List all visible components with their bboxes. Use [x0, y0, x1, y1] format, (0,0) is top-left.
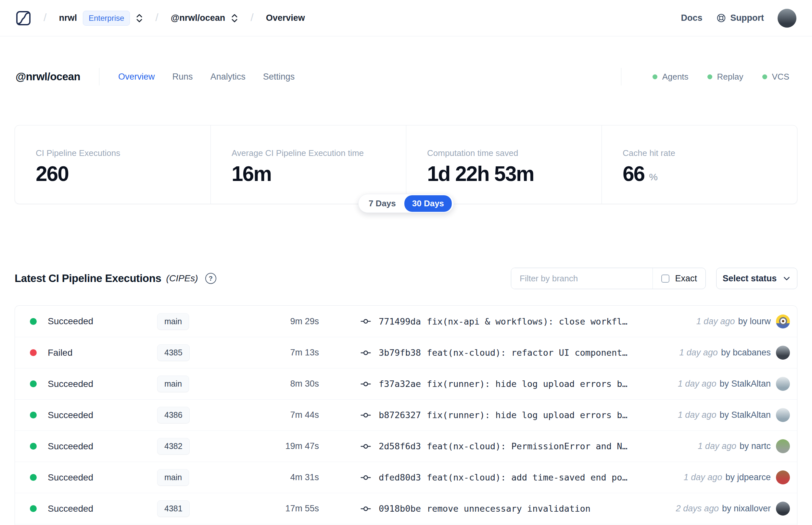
- status-label: Failed: [48, 348, 73, 358]
- status-dot: [30, 474, 37, 481]
- stat-label: Computation time saved: [427, 148, 601, 158]
- status-replay[interactable]: Replay: [707, 72, 744, 82]
- commit-hash[interactable]: 0918b0be: [379, 504, 421, 514]
- commit-message: feat(nx-cloud): PermissionError and N…: [427, 441, 628, 451]
- breadcrumb-workspace[interactable]: @nrwl/ocean: [171, 13, 225, 23]
- author: by jdpearce: [725, 472, 771, 482]
- workspace-tabs: Overview Runs Analytics Settings: [118, 72, 295, 82]
- cipes-section-header: Latest CI Pipeline Executions (CIPEs) ? …: [15, 268, 797, 289]
- toggle-30-days[interactable]: 30 Days: [404, 195, 452, 212]
- author: by lourw: [738, 316, 771, 327]
- exact-checkbox[interactable]: [661, 274, 670, 283]
- stat-value: 16m: [232, 163, 271, 184]
- cipe-row[interactable]: Failed 4385 7m 13s 3b79fb38feat(nx-cloud…: [15, 337, 797, 368]
- status-label: Succeeded: [48, 410, 93, 420]
- author-avatar: [776, 346, 790, 360]
- toggle-7-days[interactable]: 7 Days: [360, 198, 404, 209]
- stat-computation-time-saved: Computation time saved 1d 22h 53m: [406, 125, 601, 204]
- cipe-row[interactable]: Succeeded main 4m 31s dfed80d3feat(nx-cl…: [15, 462, 797, 493]
- commit-message: feat(nx-cloud): add time-saved end po…: [427, 472, 628, 482]
- time-ago: 1 day ago: [696, 316, 735, 327]
- commit-message: fix(nx-api & workflows): close workfl…: [427, 316, 628, 327]
- status-select[interactable]: Select status: [716, 268, 797, 289]
- breadcrumb-separator: /: [155, 11, 158, 24]
- stat-value: 66: [623, 163, 644, 184]
- cipes-title-suffix: (CIPEs): [166, 273, 198, 284]
- status-dot: [30, 411, 37, 418]
- breadcrumb-separator: /: [250, 11, 253, 24]
- duration: 9m 29s: [259, 316, 319, 327]
- branch-badge[interactable]: main: [157, 469, 189, 486]
- branch-badge[interactable]: 4386: [157, 407, 190, 423]
- git-commit-icon: [361, 379, 371, 389]
- tab-analytics[interactable]: Analytics: [211, 72, 246, 82]
- workspace-feature-statuses: Agents Replay VCS: [621, 68, 796, 86]
- tab-overview[interactable]: Overview: [118, 72, 155, 82]
- support-link[interactable]: Support: [716, 13, 764, 23]
- docs-link[interactable]: Docs: [681, 13, 702, 23]
- time-ago: 1 day ago: [684, 472, 722, 482]
- chevron-down-icon: [782, 274, 791, 283]
- author: by StalkAltan: [719, 379, 771, 389]
- cipe-row[interactable]: Succeeded 4382 19m 47s 2d58f6d3feat(nx-c…: [15, 431, 797, 462]
- workspace-header: @nrwl/ocean Overview Runs Analytics Sett…: [0, 66, 812, 87]
- breadcrumb: / nrwl Enterprise / @nrwl/ocean / Overvi…: [16, 10, 305, 26]
- duration: 17m 55s: [259, 504, 319, 514]
- status-dot: [30, 318, 37, 325]
- time-ago: 2 days ago: [676, 504, 719, 514]
- breadcrumb-org[interactable]: nrwl: [59, 13, 77, 23]
- author: by StalkAltan: [719, 410, 771, 420]
- time-ago: 1 day ago: [698, 441, 736, 451]
- duration: 19m 47s: [259, 441, 319, 451]
- cipe-row[interactable]: Succeeded 4386 7m 44s b8726327fix(runner…: [15, 399, 797, 431]
- branch-filter-input[interactable]: [511, 268, 653, 289]
- user-avatar[interactable]: [778, 9, 796, 28]
- help-icon[interactable]: ?: [205, 273, 216, 284]
- date-range-toggle: 7 Days 30 Days: [358, 194, 454, 213]
- stat-suffix: %: [649, 171, 658, 184]
- top-navbar: / nrwl Enterprise / @nrwl/ocean / Overvi…: [0, 0, 812, 36]
- commit-hash[interactable]: 771499da: [379, 316, 421, 327]
- branch-badge[interactable]: 4382: [157, 438, 190, 454]
- commit-hash[interactable]: dfed80d3: [379, 472, 421, 482]
- commit-hash[interactable]: f37a32ae: [379, 379, 421, 389]
- org-switcher-chevron-up-down-icon[interactable]: [136, 13, 143, 24]
- status-vcs[interactable]: VCS: [762, 72, 789, 82]
- tab-settings[interactable]: Settings: [263, 72, 295, 82]
- commit-message: remove unnecessary invalidation: [427, 504, 591, 514]
- green-status-dot: [653, 74, 657, 79]
- duration: 8m 30s: [259, 379, 319, 389]
- author: by bcabanes: [721, 348, 771, 358]
- status-label: Succeeded: [48, 504, 93, 514]
- status-agents-label: Agents: [662, 72, 689, 82]
- git-commit-icon: [361, 410, 371, 420]
- tab-runs[interactable]: Runs: [172, 72, 193, 82]
- git-commit-icon: [361, 504, 371, 514]
- commit-hash[interactable]: 2d58f6d3: [379, 441, 421, 451]
- cipe-row[interactable]: Succeeded main 8m 30s f37a32aefix(runner…: [15, 368, 797, 399]
- stat-label: CI Pipeline Executions: [36, 148, 211, 158]
- stat-average-execution-time: Average CI Pipeline Execution time 16m: [211, 125, 406, 204]
- stat-value: 260: [36, 163, 68, 184]
- branch-filter-group: Exact: [511, 268, 706, 289]
- status-select-label: Select status: [723, 273, 777, 284]
- status-agents[interactable]: Agents: [653, 72, 689, 82]
- branch-badge[interactable]: 4385: [157, 344, 190, 361]
- cipe-row[interactable]: Succeeded 4381 17m 55s 0918b0beremove un…: [15, 493, 797, 524]
- workspace-title: @nrwl/ocean: [16, 71, 80, 83]
- branch-badge[interactable]: main: [157, 313, 189, 330]
- author-avatar: [776, 501, 790, 515]
- cipe-row[interactable]: Succeeded main 9m 29s 771499dafix(nx-api…: [15, 306, 797, 337]
- git-commit-icon: [361, 441, 371, 452]
- commit-hash[interactable]: b8726327: [379, 410, 421, 420]
- branch-badge[interactable]: main: [157, 376, 189, 392]
- cipes-title: Latest CI Pipeline Executions: [15, 272, 162, 285]
- workspace-switcher-chevron-up-down-icon[interactable]: [231, 13, 238, 24]
- branch-badge[interactable]: 4381: [157, 500, 190, 517]
- author: by nartc: [739, 441, 771, 451]
- duration: 4m 31s: [259, 472, 319, 482]
- support-label: Support: [731, 13, 764, 23]
- commit-hash[interactable]: 3b79fb38: [379, 348, 421, 358]
- nx-cloud-logo-icon[interactable]: [16, 10, 31, 26]
- exact-label: Exact: [675, 273, 697, 284]
